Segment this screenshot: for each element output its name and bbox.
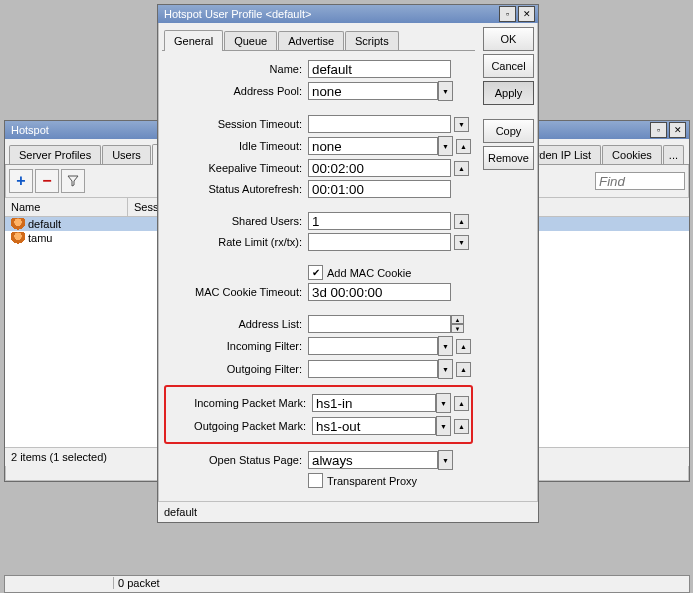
open-status-page-label: Open Status Page: <box>164 454 308 466</box>
add-mac-cookie-checkbox[interactable]: ✔ <box>308 265 323 280</box>
expand-icon[interactable]: ▼ <box>454 235 469 250</box>
find-input[interactable] <box>595 172 685 190</box>
chevron-down-icon[interactable]: ▼ <box>438 336 453 356</box>
outgoing-filter-input[interactable] <box>308 360 438 378</box>
chevron-down-icon[interactable]: ▼ <box>438 359 453 379</box>
address-list-spinner[interactable]: ▲▼ <box>451 315 464 333</box>
profile-dialog: Hotspot User Profile <default> ▫ ✕ Gener… <box>157 4 539 523</box>
keepalive-label: Keepalive Timeout: <box>164 162 308 174</box>
mac-cookie-timeout-label: MAC Cookie Timeout: <box>164 286 308 298</box>
shared-users-label: Shared Users: <box>164 215 308 227</box>
cancel-button[interactable]: Cancel <box>483 54 534 78</box>
footer-bar: 0 packet <box>4 575 690 593</box>
address-list-input[interactable] <box>308 315 451 333</box>
tab-users[interactable]: Users <box>102 145 151 164</box>
rate-limit-input[interactable] <box>308 233 451 251</box>
chevron-down-icon[interactable]: ▼ <box>436 393 451 413</box>
dialog-status: default <box>158 501 538 522</box>
collapse-icon[interactable]: ▲ <box>454 396 469 411</box>
tab-server-profiles[interactable]: Server Profiles <box>9 145 101 164</box>
row-name: tamu <box>28 232 52 244</box>
transparent-proxy-checkbox[interactable] <box>308 473 323 488</box>
remove-button[interactable]: − <box>35 169 59 193</box>
dialog-buttons: OK Cancel Apply Copy Remove <box>483 27 534 497</box>
incoming-filter-input[interactable] <box>308 337 438 355</box>
tab-cookies[interactable]: Cookies <box>602 145 662 164</box>
outgoing-packet-mark-label: Outgoing Packet Mark: <box>168 420 312 432</box>
collapse-icon[interactable]: ▲ <box>454 419 469 434</box>
tab-queue[interactable]: Queue <box>224 31 277 50</box>
address-list-label: Address List: <box>164 318 308 330</box>
dialog-remove-button[interactable]: Remove <box>483 146 534 170</box>
col-name[interactable]: Name <box>5 198 128 216</box>
incoming-packet-mark-label: Incoming Packet Mark: <box>168 397 312 409</box>
ok-button[interactable]: OK <box>483 27 534 51</box>
outgoing-filter-label: Outgoing Filter: <box>164 363 308 375</box>
add-button[interactable]: + <box>9 169 33 193</box>
tab-advertise[interactable]: Advertise <box>278 31 344 50</box>
session-timeout-label: Session Timeout: <box>164 118 308 130</box>
dialog-title: Hotspot User Profile <default> <box>161 8 497 20</box>
form-area: General Queue Advertise Scripts Name: Ad… <box>162 27 475 497</box>
keepalive-input[interactable] <box>308 159 451 177</box>
close-icon[interactable]: ✕ <box>518 6 535 22</box>
detach-icon[interactable]: ▫ <box>499 6 516 22</box>
user-icon <box>11 218 25 230</box>
collapse-icon[interactable]: ▲ <box>456 139 471 154</box>
add-mac-cookie-label: Add MAC Cookie <box>327 267 411 279</box>
chevron-down-icon[interactable]: ▼ <box>438 81 453 101</box>
tab-more[interactable]: ... <box>663 145 684 164</box>
copy-button[interactable]: Copy <box>483 119 534 143</box>
expand-icon[interactable]: ▼ <box>454 117 469 132</box>
user-icon <box>11 232 25 244</box>
mac-cookie-timeout-input[interactable] <box>308 283 451 301</box>
rate-limit-label: Rate Limit (rx/tx): <box>164 236 308 248</box>
name-label: Name: <box>164 63 308 75</box>
apply-button[interactable]: Apply <box>483 81 534 105</box>
shared-users-input[interactable] <box>308 212 451 230</box>
chevron-down-icon[interactable]: ▼ <box>438 450 453 470</box>
close-icon[interactable]: ✕ <box>669 122 686 138</box>
footer-packets: 0 packet <box>113 577 160 589</box>
addrpool-input[interactable] <box>308 82 438 100</box>
packet-mark-highlight: Incoming Packet Mark: ▼▲ Outgoing Packet… <box>164 385 473 444</box>
incoming-filter-label: Incoming Filter: <box>164 340 308 352</box>
row-name: default <box>28 218 61 230</box>
incoming-packet-mark-input[interactable] <box>312 394 436 412</box>
collapse-icon[interactable]: ▲ <box>456 362 471 377</box>
autorefresh-label: Status Autorefresh: <box>164 183 308 195</box>
autorefresh-input[interactable] <box>308 180 451 198</box>
name-input[interactable] <box>308 60 451 78</box>
tab-scripts[interactable]: Scripts <box>345 31 399 50</box>
detach-icon[interactable]: ▫ <box>650 122 667 138</box>
chevron-down-icon[interactable]: ▼ <box>438 136 453 156</box>
idle-timeout-input[interactable] <box>308 137 438 155</box>
dialog-titlebar[interactable]: Hotspot User Profile <default> ▫ ✕ <box>158 5 538 23</box>
session-timeout-input[interactable] <box>308 115 451 133</box>
collapse-icon[interactable]: ▲ <box>454 214 469 229</box>
addrpool-label: Address Pool: <box>164 85 308 97</box>
collapse-icon[interactable]: ▲ <box>454 161 469 176</box>
chevron-down-icon[interactable]: ▼ <box>436 416 451 436</box>
open-status-page-input[interactable] <box>308 451 438 469</box>
filter-button[interactable] <box>61 169 85 193</box>
outgoing-packet-mark-input[interactable] <box>312 417 436 435</box>
chevron-up-icon: ▲ <box>451 315 464 324</box>
tab-general[interactable]: General <box>164 30 223 51</box>
collapse-icon[interactable]: ▲ <box>456 339 471 354</box>
chevron-down-icon: ▼ <box>451 324 464 333</box>
transparent-proxy-label: Transparent Proxy <box>327 475 417 487</box>
idle-timeout-label: Idle Timeout: <box>164 140 308 152</box>
